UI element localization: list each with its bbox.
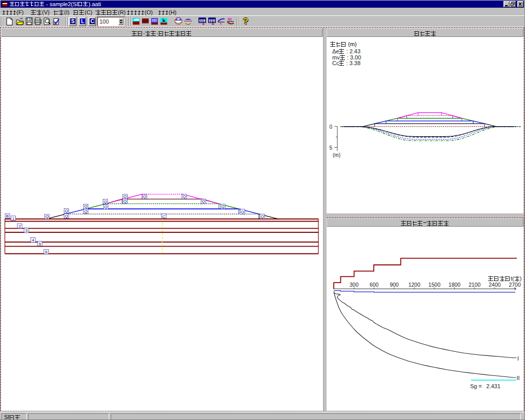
svg-text:Q: Q bbox=[221, 204, 225, 209]
svg-text:Q: Q bbox=[104, 199, 107, 204]
svg-text:Q: Q bbox=[84, 209, 87, 214]
svg-text:II: II bbox=[517, 375, 520, 381]
svg-text:1500: 1500 bbox=[429, 282, 441, 288]
svg-text:2: 2 bbox=[212, 21, 214, 26]
svg-text:Q: Q bbox=[45, 214, 48, 219]
svg-text:2.431: 2.431 bbox=[487, 383, 501, 389]
svg-text:Q: Q bbox=[84, 204, 87, 209]
svg-text:C: C bbox=[163, 214, 166, 219]
svg-text:4: 4 bbox=[32, 238, 34, 243]
svg-text:Q: Q bbox=[183, 194, 186, 199]
svg-text:1: 1 bbox=[12, 216, 15, 221]
svg-text:300: 300 bbox=[350, 282, 359, 288]
svg-text:Q: Q bbox=[65, 209, 68, 213]
svg-text:Q: Q bbox=[241, 210, 244, 214]
svg-text:Q: Q bbox=[65, 214, 68, 218]
svg-text:2400: 2400 bbox=[489, 282, 501, 288]
svg-text:t: t bbox=[220, 21, 221, 26]
svg-text:0: 0 bbox=[329, 124, 332, 130]
svg-text:6: 6 bbox=[45, 250, 48, 254]
svg-text:Q: Q bbox=[202, 199, 205, 204]
svg-text:Q: Q bbox=[260, 214, 264, 219]
svg-text:1200: 1200 bbox=[408, 282, 420, 288]
svg-text:Q: Q bbox=[104, 205, 107, 209]
svg-text:Q: Q bbox=[124, 199, 127, 204]
svg-text:Q: Q bbox=[143, 194, 146, 199]
svg-text:2100: 2100 bbox=[469, 282, 481, 288]
svg-text:5: 5 bbox=[329, 145, 332, 151]
svg-text:B: B bbox=[6, 214, 9, 218]
svg-text:Q: Q bbox=[124, 194, 127, 199]
svg-text:900: 900 bbox=[390, 282, 399, 288]
svg-text:3: 3 bbox=[25, 228, 28, 233]
svg-text:2700: 2700 bbox=[509, 282, 521, 288]
svg-text:(m): (m) bbox=[333, 152, 340, 158]
svg-text:5: 5 bbox=[38, 242, 41, 246]
svg-text:1800: 1800 bbox=[449, 282, 461, 288]
svg-text:600: 600 bbox=[370, 282, 379, 288]
svg-text:St: St bbox=[228, 17, 232, 22]
svg-text:I: I bbox=[517, 355, 519, 362]
svg-text:2: 2 bbox=[18, 224, 21, 229]
svg-text:Sg =: Sg = bbox=[470, 383, 482, 389]
svg-text:1: 1 bbox=[202, 21, 205, 26]
